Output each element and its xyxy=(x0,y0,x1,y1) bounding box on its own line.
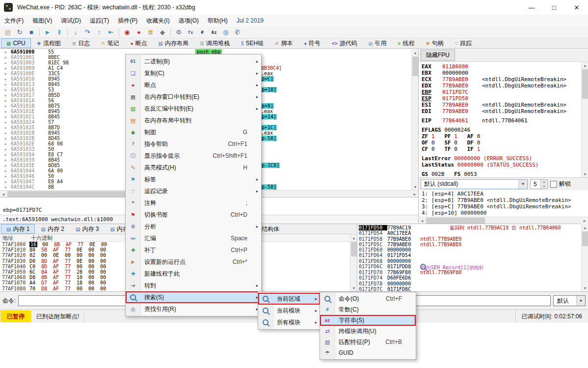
scroll-right-icon[interactable]: ► xyxy=(581,217,588,224)
registers-vscrollbar[interactable]: ▲ ▼ xyxy=(581,62,588,177)
stack-row[interactable]: 0171FD6000000000 xyxy=(357,247,581,253)
menu-goto-memory-map[interactable]: ▤在内存布局中转到 xyxy=(126,114,261,126)
breakpoint-dot-icon[interactable]: ● xyxy=(0,119,11,125)
step-into-icon[interactable]: ↓ xyxy=(70,28,81,37)
register-row[interactable]: EDX77B9ABE0<ntdll.DbgUiRemoteBreakin> xyxy=(422,83,581,89)
tab-cpu[interactable]: ▦CPU xyxy=(1,38,31,48)
breakpoint-dot-icon[interactable]: ● xyxy=(0,184,11,190)
menu-search-guid[interactable]: ☂GUID xyxy=(320,347,416,358)
stack-vscrollbar[interactable]: ▲ ▼ xyxy=(581,224,588,291)
scroll-down-icon[interactable]: ▼ xyxy=(582,170,588,177)
tab-memory-2[interactable]: ▤内存 2 xyxy=(35,224,69,234)
hide-fpu-button[interactable]: 隐藏FPU xyxy=(421,50,455,61)
scroll-left-icon[interactable]: ◄ xyxy=(419,217,426,224)
notify-phone-icon[interactable]: ✆ xyxy=(232,28,243,37)
maximize-button[interactable]: □ xyxy=(543,0,565,15)
menu-search-current-module[interactable]: 当前模块▸ xyxy=(258,305,320,316)
restart-icon[interactable]: ↻ xyxy=(14,28,25,37)
debug-logo-icon[interactable]: ◉ xyxy=(122,28,133,37)
argument-count-stepper[interactable]: 5 ▲▼ xyxy=(530,179,548,189)
register-row[interactable]: EIP77B64061ntdll.77B64061 xyxy=(422,117,581,124)
menu-favourites[interactable]: 收藏夹(I) xyxy=(142,15,174,27)
register-row[interactable]: LastError 00000000 (ERROR_SUCCESS) xyxy=(422,155,581,162)
close-button[interactable]: ✕ xyxy=(565,0,588,15)
breakpoint-dot-icon[interactable]: ● xyxy=(0,146,11,152)
breakpoint-dot-icon[interactable]: ● xyxy=(0,109,11,114)
register-row[interactable]: EBX00000000 xyxy=(422,70,581,76)
stack-pane[interactable]: 0171FD5077B9AC19返回到 ntdll.77B9AC19 自 ntd… xyxy=(357,224,581,291)
breakpoint-dot-icon[interactable]: ● xyxy=(0,76,11,82)
breakpoint-dot-icon[interactable]: ● xyxy=(0,55,11,60)
scroll-up-icon[interactable]: ▲ xyxy=(350,234,357,241)
menu-search-strings[interactable]: az字符串(S) xyxy=(320,315,416,326)
menu-patch[interactable]: ✚补丁Ctrl+P xyxy=(126,244,261,256)
breakpoint-dot-icon[interactable]: ● xyxy=(0,65,11,71)
tab-references[interactable]: ◎引用 xyxy=(363,38,392,48)
unlock-checkbox[interactable] xyxy=(550,181,557,188)
breakpoint-dot-icon[interactable]: ● xyxy=(0,141,11,146)
menu-instruction-help[interactable]: ?指令帮助Ctrl+F1 xyxy=(126,138,261,150)
tab-memory-1[interactable]: ▤内存 1 xyxy=(1,224,35,234)
tab-graph[interactable]: ❖流程图 xyxy=(31,38,66,48)
spin-down-icon[interactable]: ▼ xyxy=(541,184,547,189)
register-row[interactable]: CF 0 TF 0 IF 1 xyxy=(422,146,581,152)
tab-memory-3[interactable]: ▤内存 3 xyxy=(70,224,104,234)
scroll-down-icon[interactable]: ▼ xyxy=(412,183,419,190)
shield-icon[interactable]: ◆ xyxy=(157,28,168,37)
memory-coins-icon[interactable]: ≣ xyxy=(145,28,156,37)
stack-row[interactable]: 0171FD7077B69F80ntdll.77B69F80 xyxy=(357,270,581,275)
menu-trace[interactable]: 追踪(T) xyxy=(85,15,113,27)
register-row[interactable]: GS 002B FS 0053 xyxy=(422,171,581,177)
stack-row[interactable]: 0171FD7C0171FD8C xyxy=(357,286,581,291)
register-row[interactable]: OF 0 SF 0 DF 0 xyxy=(422,140,581,146)
settings-gear-icon[interactable]: ⚙ xyxy=(173,28,184,37)
stack-row[interactable]: 0171FD640171FD54 xyxy=(357,253,581,258)
breakpoint-dot-icon[interactable]: ● xyxy=(0,71,11,76)
pause-icon[interactable]: ‖ xyxy=(54,28,65,37)
register-row[interactable]: ESP0171FD50 xyxy=(422,95,581,102)
menu-comment[interactable]: ❝注释; xyxy=(126,197,261,209)
registers-list[interactable]: EAX01186000EBX00000000ECX77B9ABE0<ntdll.… xyxy=(419,62,581,177)
register-row[interactable]: EFLAGS 00000246 xyxy=(422,127,581,133)
tab-notes[interactable]: ✎笔记 xyxy=(96,38,124,48)
tab-handles[interactable]: ✱句柄 xyxy=(420,38,449,48)
menu-search-constant[interactable]: #常数(C) xyxy=(320,304,416,315)
register-row[interactable]: LastStatus 00000000 (STATUS_SUCCESS) xyxy=(422,162,581,168)
register-row[interactable]: EDI77B9ABE0<ntdll.DbgUiRemoteBreakin> xyxy=(422,108,581,114)
register-row[interactable]: EAX01186000 xyxy=(422,63,581,70)
calculator-fx-icon[interactable]: fx xyxy=(185,28,196,37)
menu-goto-disassembly[interactable]: ▧在反汇编中转到(E)▸ xyxy=(126,103,261,114)
breakpoint-dot-icon[interactable]: ● xyxy=(0,157,11,163)
menu-view[interactable]: 视图(V) xyxy=(28,15,56,27)
menu-set-new-origin[interactable]: ►设置新的运行点Ctrl+* xyxy=(126,256,261,268)
chevron-down-icon[interactable]: ▼ xyxy=(576,296,585,306)
stack-row[interactable]: 0171FD5C77B9ABE0ntdll.77B9ABE0 xyxy=(357,242,581,247)
register-row[interactable]: ESI77B9ABE0<ntdll.DbgUiRemoteBreakin> xyxy=(422,102,581,108)
stack-row[interactable]: 0171FD5077B9AC19返回到 ntdll.77B9AC19 自 ntd… xyxy=(357,225,581,230)
scroll-up-icon[interactable]: ▲ xyxy=(412,49,419,56)
tab-log[interactable]: ≣日志 xyxy=(67,38,95,48)
breakpoint-dot-icon[interactable]: ● xyxy=(0,125,11,130)
open-file-icon[interactable]: ▤ xyxy=(2,28,13,37)
menu-trace-record[interactable]: ∵追踪记录▸ xyxy=(126,185,261,197)
tab-threads[interactable]: ≡线程 xyxy=(393,38,420,48)
menu-search-intermodular-calls[interactable]: ⇄跨模块调用(U) xyxy=(320,326,416,337)
menu-goto[interactable]: ➔转到▸ xyxy=(126,280,261,291)
menu-help[interactable]: 帮助(H) xyxy=(203,15,232,27)
breakpoint-dot-icon[interactable]: ● xyxy=(0,168,11,173)
menu-search-all-modules[interactable]: 所有模块▸ xyxy=(258,316,320,328)
tab-memory-map[interactable]: ▤内存布局 xyxy=(153,38,194,48)
breakpoint-dot-icon[interactable]: ● xyxy=(0,103,11,109)
breakpoint-dot-icon[interactable]: ● xyxy=(0,114,11,119)
step-over-icon[interactable]: ↷ xyxy=(82,28,93,37)
menu-analysis[interactable]: ⚙分析▸ xyxy=(126,221,261,232)
menu-breakpoint[interactable]: ●断点▸ xyxy=(126,79,261,91)
breakpoint-dot-icon[interactable]: ● xyxy=(0,152,11,157)
menu-find-references[interactable]: ◎查找引用(R)▸ xyxy=(126,303,261,315)
menu-search[interactable]: 搜索(S)▸ xyxy=(126,291,261,303)
menu-search-pattern[interactable]: ▧匹配特征(P)Ctrl+B xyxy=(320,337,416,347)
menu-search-command[interactable]: 命令(O)Ctrl+F xyxy=(320,293,416,304)
breakpoint-dot-icon[interactable]: ● xyxy=(0,49,11,55)
arguments-list[interactable]: 1: [esp+4] A0C17EEA2: [esp+8] 77B9ABE0 <… xyxy=(419,190,581,217)
breakpoint-dot-icon[interactable]: ● xyxy=(0,173,11,179)
